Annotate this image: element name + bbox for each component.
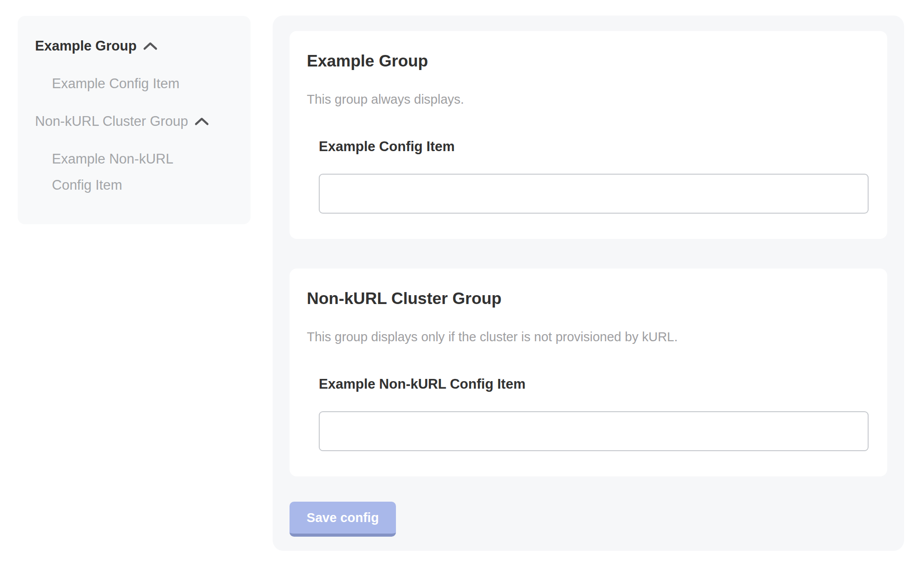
group-description: This group displays only if the cluster … <box>307 329 868 345</box>
sidebar-group-label: Example Group <box>35 33 137 59</box>
sidebar-group-non-kurl-cluster-group[interactable]: Non-kURL Cluster Group <box>35 108 242 134</box>
config-group-card-example-group: Example Group This group always displays… <box>290 31 887 239</box>
group-title: Non-kURL Cluster Group <box>307 289 868 308</box>
example-non-kurl-config-item-input[interactable] <box>319 411 869 451</box>
sidebar-group-example-group[interactable]: Example Group <box>35 33 242 59</box>
config-item-label: Example Non-kURL Config Item <box>319 376 868 393</box>
group-title: Example Group <box>307 51 868 71</box>
config-item-label: Example Config Item <box>319 138 868 155</box>
sidebar-item-example-config-item[interactable]: Example Config Item <box>52 70 203 97</box>
config-item: Example Non-kURL Config Item <box>319 376 868 451</box>
example-config-item-input[interactable] <box>319 174 869 214</box>
chevron-up-icon <box>194 117 209 126</box>
chevron-up-icon <box>143 41 158 51</box>
config-group-card-non-kurl-cluster-group: Non-kURL Cluster Group This group displa… <box>290 269 887 476</box>
sidebar-item-example-non-kurl-config-item[interactable]: Example Non-kURL Config Item <box>52 146 203 198</box>
save-config-button[interactable]: Save config <box>290 502 396 537</box>
config-nav-sidebar: Example Group Example Config Item Non-kU… <box>18 16 251 224</box>
config-nav: Example Group Example Config Item Non-kU… <box>35 33 242 198</box>
sidebar-group-label: Non-kURL Cluster Group <box>35 108 188 134</box>
config-item: Example Config Item <box>319 138 868 214</box>
group-description: This group always displays. <box>307 91 868 107</box>
config-panel: Example Group This group always displays… <box>273 16 904 551</box>
